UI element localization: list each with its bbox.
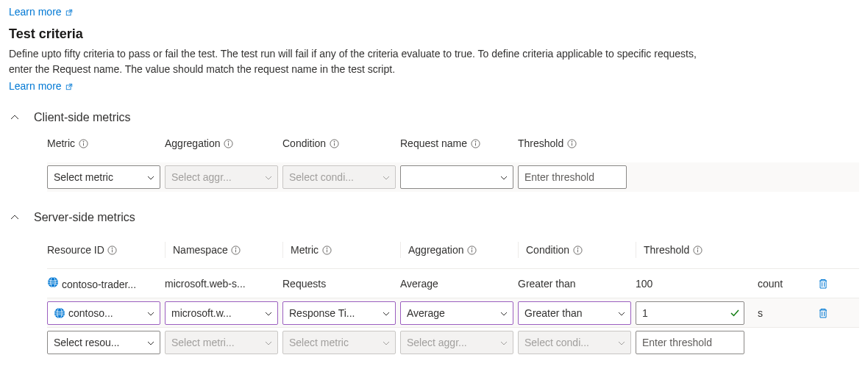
chevron-down-icon <box>382 309 391 318</box>
aggregation-value: Average <box>400 278 518 290</box>
header-request-name: Request name <box>400 137 518 149</box>
header-aggregation: Aggregation <box>400 242 518 258</box>
client-metrics-title: Client-side metrics <box>34 111 131 124</box>
server-row-empty: Select resou... Select metri... Select m… <box>47 327 859 356</box>
external-link-icon <box>65 7 73 14</box>
info-icon[interactable] <box>470 138 480 148</box>
resource-select[interactable]: contoso... <box>47 301 160 325</box>
header-condition: Condition <box>518 242 636 258</box>
info-icon[interactable] <box>224 138 234 148</box>
header-condition: Condition <box>282 137 400 149</box>
client-metrics-toggle[interactable]: Client-side metrics <box>9 111 859 124</box>
condition-value: Greater than <box>518 278 636 290</box>
metric-select[interactable]: Select metric <box>47 165 160 189</box>
info-icon[interactable] <box>321 245 332 255</box>
svg-point-13 <box>475 141 476 142</box>
namespace-select: Select metri... <box>165 331 278 354</box>
metric-value: Requests <box>282 278 400 290</box>
chevron-down-icon <box>146 173 155 182</box>
top-learn-more-link[interactable]: Learn more <box>9 6 73 18</box>
chevron-down-icon <box>264 309 273 318</box>
threshold-input[interactable] <box>636 331 744 354</box>
header-resource-id: Resource ID <box>47 242 165 258</box>
unit-value: count <box>753 278 805 290</box>
chevron-down-icon <box>499 309 508 318</box>
svg-point-31 <box>577 248 578 248</box>
svg-point-34 <box>697 248 698 248</box>
chevron-down-icon <box>146 338 155 347</box>
server-row-editing: contoso... microsoft.w... Response Ti...… <box>47 298 859 327</box>
chevron-down-icon <box>499 173 508 182</box>
aggregation-select: Select aggr... <box>400 331 513 354</box>
test-criteria-description: Define upto fifty criteria to pass or fa… <box>9 46 700 77</box>
resource-select[interactable]: Select resou... <box>47 331 160 354</box>
globe-icon <box>54 307 65 319</box>
header-threshold: Threshold <box>636 242 753 258</box>
namespace-value: microsoft.web-s... <box>165 278 282 290</box>
client-row-empty: Select metric Select aggr... Select cond… <box>47 162 859 192</box>
svg-point-4 <box>83 141 84 142</box>
server-metrics-header-row: Resource ID Namespace Metric Aggregation… <box>47 237 859 268</box>
client-metrics-header-row: Metric Aggregation Condition Request nam… <box>47 137 859 162</box>
svg-point-28 <box>472 248 472 248</box>
server-metrics-grid: Resource ID Namespace Metric Aggregation… <box>47 237 859 356</box>
svg-point-16 <box>572 141 572 142</box>
header-threshold: Threshold <box>518 137 636 149</box>
check-icon <box>730 308 740 318</box>
unit-value: s <box>753 307 805 319</box>
server-metrics-toggle[interactable]: Server-side metrics <box>9 211 859 224</box>
link-label: Learn more <box>9 80 62 92</box>
chevron-down-icon <box>382 338 391 347</box>
external-link-icon <box>65 81 73 88</box>
info-icon[interactable] <box>78 138 88 148</box>
server-row-readonly: contoso-trader... microsoft.web-s... Req… <box>47 268 859 298</box>
svg-point-22 <box>235 248 236 248</box>
aggregation-select: Select aggr... <box>165 165 278 189</box>
test-criteria-heading: Test criteria <box>9 26 859 42</box>
chevron-down-icon <box>264 173 273 182</box>
header-metric: Metric <box>282 242 400 258</box>
info-icon[interactable] <box>231 245 241 255</box>
metric-select: Select metric <box>282 331 396 354</box>
chevron-down-icon <box>146 309 155 318</box>
namespace-select[interactable]: microsoft.w... <box>165 301 278 325</box>
svg-point-25 <box>327 248 327 248</box>
threshold-input[interactable] <box>518 165 627 189</box>
request-name-select[interactable] <box>400 165 513 189</box>
chevron-down-icon <box>617 338 626 347</box>
info-icon[interactable] <box>572 245 583 255</box>
delete-row-button[interactable] <box>815 276 831 292</box>
link-label: Learn more <box>9 6 62 18</box>
metric-select[interactable]: Response Ti... <box>282 301 396 325</box>
svg-point-10 <box>334 141 335 142</box>
criteria-learn-more-link[interactable]: Learn more <box>9 80 73 92</box>
svg-point-7 <box>228 141 229 142</box>
server-metrics-title: Server-side metrics <box>34 211 135 224</box>
condition-select[interactable]: Greater than <box>518 301 631 325</box>
resource-value: contoso-trader... <box>47 276 165 290</box>
condition-select: Select condi... <box>282 165 396 189</box>
client-metrics-grid: Metric Aggregation Condition Request nam… <box>47 137 859 192</box>
globe-icon <box>47 276 59 288</box>
info-icon[interactable] <box>107 245 118 255</box>
header-metric: Metric <box>47 137 165 149</box>
chevron-down-icon <box>382 173 391 182</box>
info-icon[interactable] <box>692 245 702 255</box>
delete-row-button[interactable] <box>815 305 831 321</box>
chevron-down-icon <box>617 309 626 318</box>
aggregation-select[interactable]: Average <box>400 301 513 325</box>
chevron-down-icon <box>499 338 508 347</box>
header-aggregation: Aggregation <box>165 137 282 149</box>
info-icon[interactable] <box>467 245 477 255</box>
condition-select: Select condi... <box>518 331 631 354</box>
info-icon[interactable] <box>329 138 339 148</box>
threshold-input[interactable] <box>636 301 744 325</box>
info-icon[interactable] <box>566 138 577 148</box>
header-namespace: Namespace <box>165 242 282 258</box>
chevron-down-icon <box>264 338 273 347</box>
svg-point-19 <box>112 248 113 248</box>
threshold-value: 100 <box>636 278 753 290</box>
chevron-up-icon <box>9 212 21 223</box>
chevron-up-icon <box>9 112 21 123</box>
